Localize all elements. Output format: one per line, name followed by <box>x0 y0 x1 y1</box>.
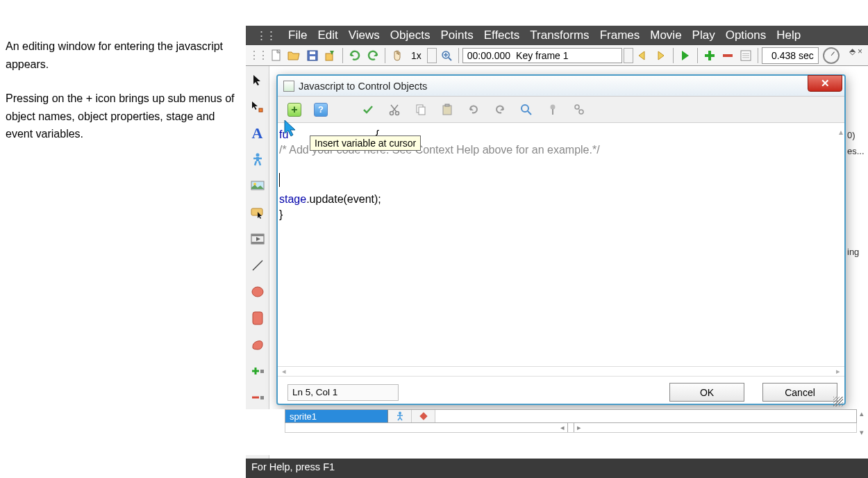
svg-line-20 <box>255 161 256 165</box>
copy-icon[interactable] <box>414 103 428 117</box>
frame-dropdown[interactable] <box>624 48 633 63</box>
dialog-close-button[interactable]: ✕ <box>808 75 842 92</box>
remove-frame-icon[interactable] <box>719 47 736 64</box>
panel-pin-close[interactable]: ⬘ × <box>849 47 862 56</box>
zoom-in-icon[interactable] <box>438 47 455 64</box>
frame-indicator[interactable]: 00:00.000 Key frame 1 <box>462 48 622 63</box>
svg-rect-16 <box>259 108 262 112</box>
svg-rect-2 <box>310 56 315 60</box>
zoom-dropdown[interactable] <box>427 48 437 63</box>
shape-tool-icon[interactable] <box>249 336 267 354</box>
next-frame-icon[interactable] <box>653 47 669 64</box>
svg-line-21 <box>259 161 260 165</box>
ellipse-tool-icon[interactable] <box>249 283 267 301</box>
actor-tool-icon[interactable] <box>249 151 267 169</box>
svg-line-45 <box>528 111 531 115</box>
context-help-button[interactable]: ? <box>314 103 328 117</box>
movie-tool-icon[interactable] <box>249 230 267 248</box>
code-update: .update(event); <box>306 193 381 205</box>
menu-edit[interactable]: Edit <box>313 27 342 44</box>
add-frame-icon[interactable] <box>701 47 718 64</box>
menu-file[interactable]: File <box>284 27 311 44</box>
code-stage-kw: stage <box>279 193 306 205</box>
timeline-track[interactable]: sprite1 <box>285 409 857 423</box>
menu-objects[interactable]: Objects <box>386 27 435 44</box>
doc-para-2: Pressing on the + icon brings up sub men… <box>6 90 242 143</box>
panel-fragment-1: 0) <box>847 130 867 140</box>
select-tool-icon[interactable] <box>249 72 267 90</box>
menu-points[interactable]: Points <box>436 27 477 44</box>
undo-icon[interactable] <box>347 47 363 64</box>
timing-icon[interactable] <box>823 47 840 64</box>
tool-add-icon[interactable] <box>249 362 267 380</box>
open-folder-icon[interactable] <box>286 47 303 64</box>
play-icon[interactable] <box>677 47 694 64</box>
zoom-value: 1x <box>407 50 426 61</box>
duration-field[interactable]: 0.438 sec <box>762 47 819 64</box>
prev-frame-icon[interactable] <box>635 47 651 64</box>
paste-icon[interactable] <box>440 103 454 117</box>
svg-line-55 <box>400 418 402 420</box>
menu-movie[interactable]: Movie <box>646 27 685 44</box>
svg-point-29 <box>252 287 263 297</box>
ok-button[interactable]: OK <box>669 383 744 402</box>
timeline-scroll-left-icon[interactable]: ◂ <box>560 423 565 432</box>
timeline-sprite-label[interactable]: sprite1 <box>285 410 388 422</box>
timeline-actor-mark[interactable] <box>388 410 412 422</box>
insert-variable-button[interactable]: + <box>287 103 301 117</box>
save-icon[interactable] <box>304 47 321 64</box>
timeline-scroll-right-icon[interactable]: ▸ <box>577 423 581 432</box>
dialog-title-icon <box>283 81 294 92</box>
menu-frames[interactable]: Frames <box>596 27 644 44</box>
redo-icon[interactable] <box>365 47 381 64</box>
menu-play[interactable]: Play <box>688 27 719 44</box>
timeline-vscroll-up-icon[interactable]: ▴ <box>857 409 867 418</box>
menu-options[interactable]: Options <box>721 27 771 44</box>
properties-icon[interactable] <box>737 47 754 64</box>
svg-line-6 <box>449 58 451 60</box>
cut-icon[interactable] <box>387 103 401 117</box>
editor-hscroll-right-icon[interactable]: ▸ <box>836 367 840 376</box>
svg-point-46 <box>551 104 556 109</box>
tool-remove-icon[interactable] <box>249 388 267 406</box>
svg-rect-30 <box>253 312 262 324</box>
cancel-button[interactable]: Cancel <box>762 383 837 402</box>
doc-para-1: An editing window for entering the javas… <box>6 38 242 73</box>
svg-rect-4 <box>326 53 333 60</box>
new-file-icon[interactable] <box>268 47 285 64</box>
dialog-footer: Ln 5, Col 1 OK Cancel <box>278 376 844 408</box>
dialog-titlebar[interactable]: Javascript to Control Objects <box>278 76 844 97</box>
hand-tool-icon[interactable] <box>389 47 406 64</box>
editor-hscroll-left-icon[interactable]: ◂ <box>282 367 286 376</box>
bookmark-icon[interactable] <box>546 103 560 117</box>
line-tool-icon[interactable] <box>249 256 267 274</box>
dialog-resize-grip[interactable] <box>833 397 843 406</box>
svg-rect-35 <box>260 396 264 399</box>
find-icon[interactable] <box>519 103 533 117</box>
editor-redo-icon[interactable] <box>493 103 507 117</box>
menu-views[interactable]: Views <box>344 27 384 44</box>
check-syntax-icon[interactable] <box>361 103 375 117</box>
export-icon[interactable] <box>322 47 339 64</box>
status-text: For Help, press F1 <box>251 461 335 472</box>
editor-scroll-up-icon[interactable]: ▴ <box>839 124 843 140</box>
svg-point-44 <box>521 105 528 112</box>
svg-rect-27 <box>251 242 264 244</box>
settings-icon[interactable] <box>572 103 586 117</box>
timeline-vscroll-down-icon[interactable]: ▾ <box>857 428 867 437</box>
button-tool-icon[interactable] <box>249 204 267 222</box>
image-tool-icon[interactable] <box>249 177 267 195</box>
menu-transforms[interactable]: Transforms <box>526 27 593 44</box>
svg-rect-24 <box>251 208 262 215</box>
code-editor[interactable]: function tick(event) { /* Add your code … <box>278 123 844 366</box>
editor-undo-icon[interactable] <box>467 103 481 117</box>
timeline-key-mark[interactable] <box>412 410 435 422</box>
svg-rect-41 <box>419 107 425 115</box>
text-tool-icon[interactable]: A <box>249 124 267 142</box>
svg-point-51 <box>399 412 401 415</box>
edit-points-tool-icon[interactable] <box>249 98 267 116</box>
svg-rect-33 <box>260 370 264 373</box>
rect-tool-icon[interactable] <box>249 309 267 327</box>
menu-help[interactable]: Help <box>772 27 805 44</box>
menu-effects[interactable]: Effects <box>480 27 524 44</box>
